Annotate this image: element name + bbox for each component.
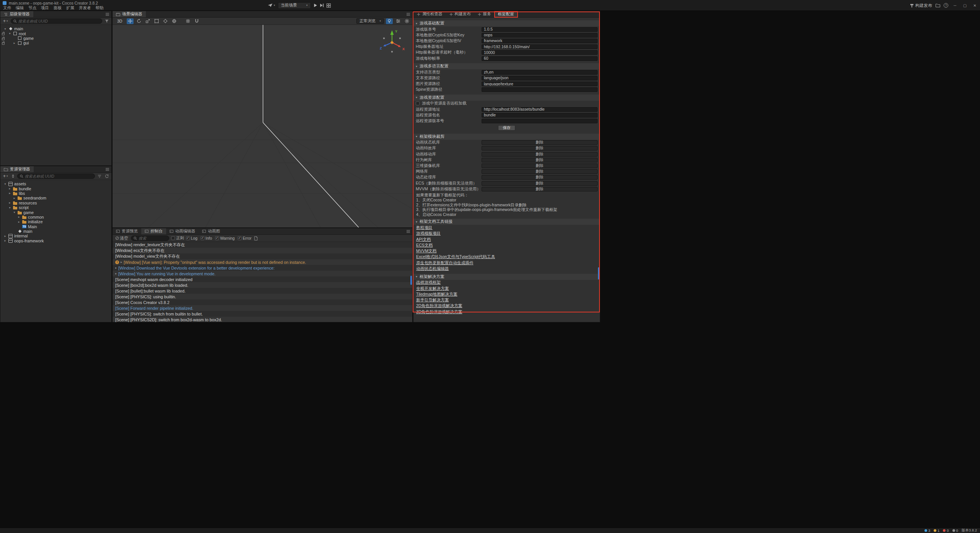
field-input[interactable] <box>482 50 598 55</box>
move-tool-button[interactable] <box>127 18 134 24</box>
sort-assets-button[interactable] <box>11 173 15 179</box>
hierarchy-filter-button[interactable] <box>104 18 109 24</box>
save-button[interactable]: 保存 <box>498 125 515 131</box>
menu-item[interactable]: 编辑 <box>13 5 26 10</box>
console-search-input[interactable] <box>139 236 167 240</box>
tab-scene-editor[interactable]: 场景编辑器 <box>113 11 146 17</box>
assets-filter-button[interactable] <box>97 173 102 179</box>
console-tab[interactable]: 资源预览 <box>113 228 141 234</box>
section-solutions[interactable]: ▾ 框架解决方案 <box>413 274 600 280</box>
checkbox[interactable] <box>238 236 242 240</box>
delete-module-button[interactable]: 删除 <box>482 146 598 150</box>
expand-arrow-icon[interactable] <box>13 211 16 214</box>
asset-node[interactable]: Main <box>0 224 111 229</box>
rect-tool-button[interactable] <box>153 18 160 24</box>
coordinate-toggle-button[interactable] <box>171 18 178 24</box>
remote-load-checkbox[interactable] <box>416 101 420 105</box>
checkbox[interactable] <box>215 236 219 240</box>
expand-arrow-icon[interactable] <box>8 187 11 190</box>
asset-node[interactable]: resources <box>0 201 111 205</box>
asset-node[interactable]: oops-framework <box>0 239 111 243</box>
console-log-row[interactable]: [Scene] [bullet]:bullet wasm lib loaded. <box>113 288 412 294</box>
refresh-assets-button[interactable] <box>104 173 109 179</box>
delete-module-button[interactable]: 删除 <box>482 169 598 174</box>
doc-link[interactable]: 教程项目 <box>416 225 433 231</box>
expand-arrow-icon[interactable] <box>8 206 11 209</box>
rotate-tool-button[interactable] <box>136 18 142 24</box>
console-log-row[interactable]: [Scene] Cocos Creator v3.8.2 <box>113 299 412 305</box>
close-button[interactable]: ✕ <box>972 3 978 8</box>
section-game-resource-config[interactable]: ▾ 游戏资源配置 <box>413 95 600 101</box>
snap-grid-button[interactable] <box>185 18 191 24</box>
solution-link[interactable]: 全栈开发解决方案 <box>416 286 449 291</box>
regex-checkbox[interactable]: 正则 <box>171 235 184 241</box>
console-log-row[interactable]: [Window] render_texture文件夹不存在 <box>113 242 412 248</box>
delete-module-button[interactable]: 删除 <box>482 163 598 168</box>
expand-arrow-icon[interactable]: ▸ <box>115 266 117 270</box>
open-log-file-button[interactable] <box>253 235 258 241</box>
console-log-row[interactable]: [Scene] [PHYSICS2D]: switch from box2d-w… <box>113 317 412 322</box>
menu-item[interactable]: 节点 <box>26 5 39 10</box>
console-log-row[interactable]: [Scene] [PHYSICS]: using builtin. <box>113 294 412 299</box>
menu-item[interactable]: 文件 <box>1 5 13 10</box>
console-tab[interactable]: 动画图 <box>199 228 224 234</box>
light-toggle-button[interactable] <box>386 18 393 24</box>
scene-panel-menu-button[interactable] <box>404 11 412 17</box>
create-asset-button[interactable]: +▾ <box>2 173 9 179</box>
field-input[interactable] <box>482 119 598 123</box>
doc-link[interactable]: Excel格式转Json文件与TypeScript代码工具 <box>416 254 495 260</box>
asset-node[interactable]: script <box>0 205 111 210</box>
field-input[interactable] <box>482 33 598 38</box>
scale-tool-button[interactable] <box>144 18 151 24</box>
menu-item[interactable]: 项目 <box>39 5 51 10</box>
projection-toggle-button[interactable]: 3D <box>114 19 125 23</box>
field-input[interactable] <box>482 39 598 43</box>
scene-settings-button[interactable] <box>403 18 410 24</box>
console-log-row[interactable]: [Window] model_view文件夹不存在 <box>113 253 412 259</box>
menu-item[interactable]: 面板 <box>51 5 64 10</box>
axis-gizmo[interactable]: Y X Z <box>375 27 409 58</box>
z-axis-cone[interactable] <box>383 44 386 46</box>
console-info-count[interactable]: 3 <box>924 528 930 533</box>
field-input[interactable] <box>482 76 598 80</box>
notification-count[interactable]: 0 <box>952 528 958 533</box>
lock-icon[interactable] <box>2 41 5 45</box>
expand-arrow-icon[interactable] <box>13 196 16 200</box>
hierarchy-node[interactable]: root <box>0 31 111 36</box>
tab-assets[interactable]: 资源管理器 <box>0 166 34 172</box>
asset-node[interactable]: seedrandom <box>0 196 111 200</box>
delete-module-button[interactable]: 删除 <box>482 140 598 145</box>
console-panel-menu-button[interactable] <box>404 228 412 234</box>
asset-node[interactable]: libs <box>0 191 111 196</box>
console-scrollbar-thumb[interactable] <box>410 276 412 285</box>
expand-arrow-icon[interactable] <box>17 215 21 219</box>
scene-viewport[interactable]: Y X Z <box>113 25 412 227</box>
neg-z-axis-dot[interactable] <box>399 38 401 39</box>
build-publish-button[interactable]: 构建发布 <box>910 3 932 8</box>
expand-arrow-icon[interactable] <box>3 239 7 242</box>
asset-node[interactable]: assets <box>0 181 111 186</box>
field-input[interactable] <box>482 27 598 32</box>
inspector-tab[interactable]: 框架配置 <box>495 11 518 17</box>
field-input[interactable] <box>482 82 598 86</box>
doc-link[interactable]: 游戏模板项目 <box>416 231 441 236</box>
maximize-button[interactable]: ▢ <box>962 3 968 8</box>
expand-arrow-icon[interactable] <box>17 220 21 224</box>
expand-arrow-icon[interactable] <box>3 27 7 31</box>
checkbox[interactable] <box>201 236 204 240</box>
assets-search-input[interactable] <box>25 174 92 178</box>
inspector-tab[interactable]: 构建发布 <box>446 11 474 17</box>
layout-button[interactable] <box>327 3 331 8</box>
pivot-toggle-button[interactable] <box>162 18 169 24</box>
clear-console-button[interactable]: 清空 <box>114 235 129 241</box>
console-filter[interactable]: Log <box>186 236 198 240</box>
inspector-tab[interactable]: 服务 <box>474 11 495 17</box>
view-options-button[interactable] <box>395 18 402 24</box>
checkbox[interactable] <box>171 236 175 240</box>
doc-link[interactable]: MVVM文档 <box>416 249 436 254</box>
tab-hierarchy[interactable]: 层级管理器 <box>0 11 33 17</box>
console-log-row[interactable]: [Scene] meshopt wasm decoder initialized <box>113 276 412 282</box>
doc-link[interactable]: 动画状态机编辑器 <box>416 266 449 271</box>
menu-item[interactable]: 扩展 <box>64 5 77 10</box>
gizmo-center-cube[interactable] <box>390 41 394 44</box>
